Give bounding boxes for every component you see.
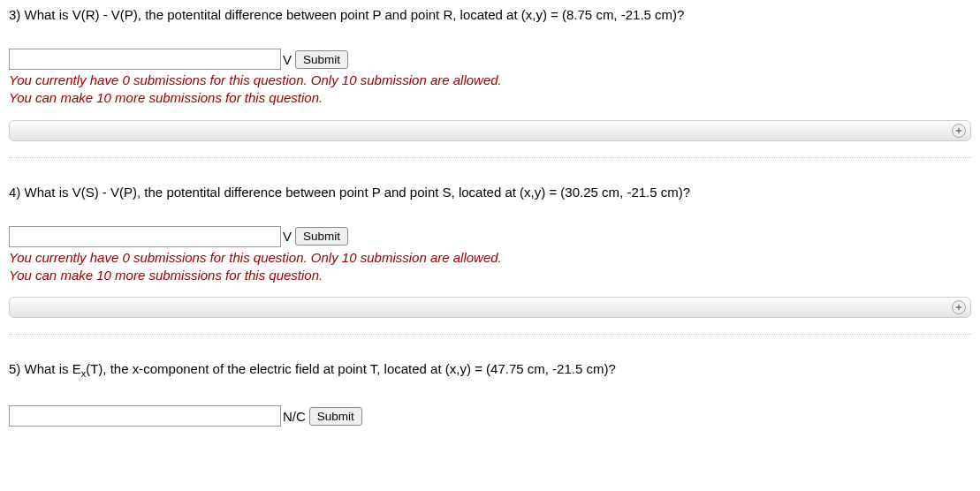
question-number: 5) [9, 361, 20, 376]
plus-icon [952, 300, 966, 314]
submission-line2: You can make 10 more submissions for thi… [9, 268, 323, 283]
expand-bar-4[interactable] [9, 297, 971, 318]
question-4-block: 4) What is V(S) - V(P), the potentital d… [9, 183, 971, 336]
submission-line1: You currently have 0 submissions for thi… [9, 250, 502, 265]
divider [9, 334, 971, 335]
unit-label-4: V [283, 229, 292, 244]
question-number: 3) [9, 7, 20, 22]
submit-button-3[interactable]: Submit [295, 50, 348, 69]
answer-input-4[interactable] [9, 226, 281, 247]
submit-button-4[interactable]: Submit [295, 227, 348, 246]
answer-row-3: V Submit [9, 49, 971, 70]
answer-input-5[interactable] [9, 405, 281, 427]
answer-row-4: V Submit [9, 226, 971, 247]
submit-button-5[interactable]: Submit [309, 407, 362, 426]
question-4-text: 4) What is V(S) - V(P), the potentital d… [9, 183, 971, 201]
question-body-prefix: What is E [25, 361, 81, 376]
question-5-block: 5) What is Ex(T), the x-component of the… [9, 359, 971, 427]
expand-bar-3[interactable] [9, 120, 971, 141]
question-3-block: 3) What is V(R) - V(P), the potentital d… [9, 5, 971, 158]
question-body: What is V(R) - V(P), the potentital diff… [25, 7, 685, 22]
divider [9, 157, 971, 158]
question-number: 4) [9, 185, 20, 200]
plus-icon [952, 124, 966, 138]
submission-info-3: You currently have 0 submissions for thi… [9, 72, 971, 108]
answer-input-3[interactable] [9, 49, 281, 70]
question-body-suffix: (T), the x-component of the electric fie… [86, 361, 616, 376]
submission-line1: You currently have 0 submissions for thi… [9, 72, 502, 87]
submission-info-4: You currently have 0 submissions for thi… [9, 249, 971, 285]
question-body: What is V(S) - V(P), the potentital diff… [25, 185, 691, 200]
unit-label-3: V [283, 52, 292, 67]
submission-line2: You can make 10 more submissions for thi… [9, 90, 323, 105]
unit-label-5: N/C [283, 409, 306, 424]
question-5-text: 5) What is Ex(T), the x-component of the… [9, 359, 971, 381]
question-3-text: 3) What is V(R) - V(P), the potentital d… [9, 5, 971, 24]
answer-row-5: N/C Submit [9, 405, 971, 427]
